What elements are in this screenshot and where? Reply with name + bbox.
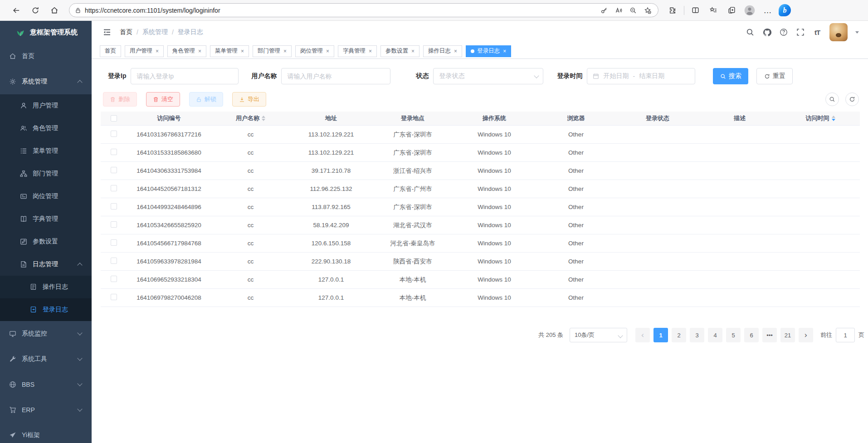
sidebar-item-login-log[interactable]: 登录日志 (0, 298, 92, 321)
tab-menu-mgmt[interactable]: 菜单管理× (210, 45, 249, 57)
copilot-icon[interactable]: b (779, 4, 791, 16)
sidebar-item-dict-mgmt[interactable]: 字典管理 (0, 208, 92, 230)
close-icon[interactable]: × (198, 48, 201, 54)
page-button-3[interactable]: 3 (690, 328, 704, 342)
browser-back-icon[interactable] (9, 3, 24, 18)
sidebar-item-yi-framework[interactable]: Yi框架 (0, 423, 92, 443)
username-input[interactable] (287, 73, 385, 80)
avatar-caret-icon[interactable] (855, 31, 859, 35)
date-range-picker[interactable]: 开始日期 - 结束日期 (587, 68, 695, 84)
help-icon[interactable] (779, 28, 788, 37)
tab-dept-mgmt[interactable]: 部门管理× (253, 45, 292, 57)
sidebar-item-system-monitor[interactable]: 系统监控 (0, 321, 92, 346)
browser-profile-icon[interactable] (742, 3, 757, 18)
github-icon[interactable] (762, 28, 771, 37)
toggle-search-button[interactable] (825, 92, 839, 106)
browser-menu-icon[interactable]: … (761, 3, 775, 18)
close-icon[interactable]: × (326, 48, 329, 54)
page-size-select[interactable]: 10条/页 (570, 328, 627, 342)
page-button-1[interactable]: 1 (653, 328, 668, 342)
close-icon[interactable]: × (241, 48, 244, 54)
export-button[interactable]: 导出 (232, 92, 266, 107)
col-username[interactable]: 用户名称 (211, 114, 290, 123)
fullscreen-icon[interactable] (796, 28, 805, 37)
sidebar-item-home[interactable]: 首页 (0, 44, 92, 69)
sidebar-item-param-settings[interactable]: 参数设置 (0, 230, 92, 253)
search-button[interactable]: 搜索 (713, 68, 748, 84)
select-all-checkbox[interactable] (111, 115, 117, 122)
sidebar-item-menu-mgmt[interactable]: 菜单管理 (0, 140, 92, 162)
tab-role-mgmt[interactable]: 角色管理× (167, 45, 206, 57)
add-favorite-icon[interactable] (642, 5, 653, 16)
row-checkbox[interactable] (111, 276, 117, 282)
row-checkbox[interactable] (111, 131, 117, 137)
header-search-icon[interactable] (746, 28, 755, 37)
sidebar-item-system-tools[interactable]: 系统工具 (0, 346, 92, 372)
close-icon[interactable]: × (454, 48, 457, 54)
sidebar-item-dept-mgmt[interactable]: 部门管理 (0, 162, 92, 185)
user-avatar[interactable] (829, 23, 848, 41)
page-button-5[interactable]: 5 (726, 328, 741, 342)
row-checkbox[interactable] (111, 221, 117, 228)
date-start[interactable]: 开始日期 (603, 72, 629, 80)
browser-refresh-icon[interactable] (28, 3, 43, 18)
sidebar-item-log-mgmt[interactable]: 日志管理 (0, 253, 92, 276)
more-pages-button[interactable]: ••• (762, 328, 777, 342)
close-icon[interactable]: × (283, 48, 287, 54)
extensions-icon[interactable] (665, 3, 679, 18)
tab-post-mgmt[interactable]: 岗位管理× (295, 45, 334, 57)
tab-operation-log[interactable]: 操作日志× (423, 45, 462, 57)
favorites-icon[interactable] (706, 3, 721, 18)
goto-page-input[interactable] (836, 328, 855, 342)
zoom-out-icon[interactable] (627, 5, 639, 16)
row-checkbox[interactable] (111, 258, 117, 264)
page-button-6[interactable]: 6 (744, 328, 759, 342)
sort-icon[interactable] (262, 114, 265, 123)
reset-button[interactable]: 重置 (756, 68, 793, 84)
app-logo[interactable]: 意框架管理系统 (0, 21, 92, 44)
page-button-2[interactable]: 2 (672, 328, 686, 342)
close-icon[interactable]: × (411, 48, 414, 54)
page-button-21[interactable]: 21 (780, 328, 795, 342)
close-icon[interactable]: × (369, 48, 372, 54)
clear-button[interactable]: 清空 (146, 92, 180, 107)
close-icon[interactable]: × (156, 48, 159, 54)
next-page-button[interactable]: › (799, 328, 813, 342)
unlock-button[interactable]: 解锁 (189, 92, 223, 107)
sidebar-item-bbs[interactable]: BBS (0, 372, 92, 397)
row-checkbox[interactable] (111, 167, 117, 173)
page-button-4[interactable]: 4 (708, 328, 722, 342)
collections-icon[interactable] (724, 3, 739, 18)
row-checkbox[interactable] (111, 149, 117, 155)
sidebar-item-system-mgmt[interactable]: 系统管理 (0, 69, 92, 94)
sort-icon[interactable] (832, 114, 835, 123)
tab-home[interactable]: 首页 (100, 45, 121, 57)
split-screen-icon[interactable] (688, 3, 702, 18)
tab-user-mgmt[interactable]: 用户管理× (125, 45, 164, 57)
read-aloud-icon[interactable] (613, 5, 624, 16)
prev-page-button[interactable]: ‹ (635, 328, 650, 342)
font-size-icon[interactable]: tT (813, 28, 822, 37)
close-icon[interactable]: × (503, 48, 506, 54)
row-checkbox[interactable] (111, 203, 117, 209)
sidebar-item-role-mgmt[interactable]: 角色管理 (0, 117, 92, 140)
status-select[interactable]: 登录状态 (433, 68, 543, 84)
sidebar-item-erp[interactable]: ERP (0, 397, 92, 423)
ip-input[interactable] (137, 73, 233, 80)
browser-home-icon[interactable] (47, 3, 62, 18)
tab-login-log[interactable]: 登录日志× (466, 45, 511, 57)
refresh-table-button[interactable] (845, 92, 859, 106)
row-checkbox[interactable] (111, 185, 117, 191)
col-visit-time[interactable]: 访问时间 (781, 114, 860, 123)
tab-dict-mgmt[interactable]: 字典管理× (338, 45, 377, 57)
row-checkbox[interactable] (111, 239, 117, 246)
sidebar-item-operation-log[interactable]: 操作日志 (0, 276, 92, 298)
breadcrumb-home[interactable]: 首页 (120, 28, 132, 36)
sidebar-item-post-mgmt[interactable]: 岗位管理 (0, 185, 92, 208)
sidebar-collapse-icon[interactable] (102, 28, 112, 37)
tab-param-settings[interactable]: 参数设置× (380, 45, 419, 57)
delete-button[interactable]: 删除 (103, 92, 137, 107)
row-checkbox[interactable] (111, 294, 117, 300)
date-end[interactable]: 结束日期 (639, 72, 664, 80)
sidebar-item-user-mgmt[interactable]: 用户管理 (0, 94, 92, 117)
